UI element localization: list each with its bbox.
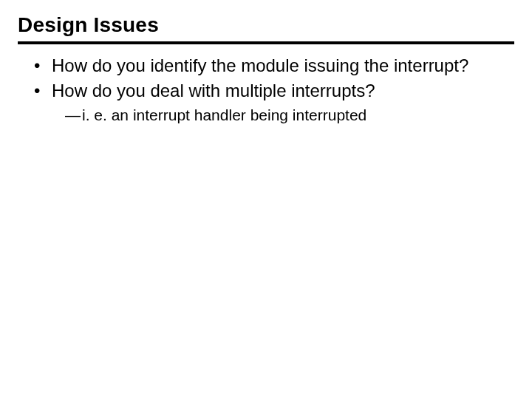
bullet-text: How do you deal with multiple interrupts… xyxy=(52,81,375,100)
sub-bullet-text: i. e. an interrupt handler being interru… xyxy=(82,106,366,123)
bullet-text: How do you identify the module issuing t… xyxy=(52,55,468,75)
em-dash-icon: — xyxy=(65,105,81,125)
slide-body: How do you identify the module issuing t… xyxy=(18,55,514,125)
slide: Design Issues How do you identify the mo… xyxy=(0,0,532,399)
slide-title: Design Issues xyxy=(18,13,514,41)
sub-bullet: —i. e. an interrupt handler being interr… xyxy=(65,105,514,125)
bullet-item: How do you deal with multiple interrupts… xyxy=(31,80,514,102)
bullet-list: How do you identify the module issuing t… xyxy=(31,55,514,102)
bullet-item: How do you identify the module issuing t… xyxy=(31,55,514,77)
title-underline xyxy=(18,41,514,44)
